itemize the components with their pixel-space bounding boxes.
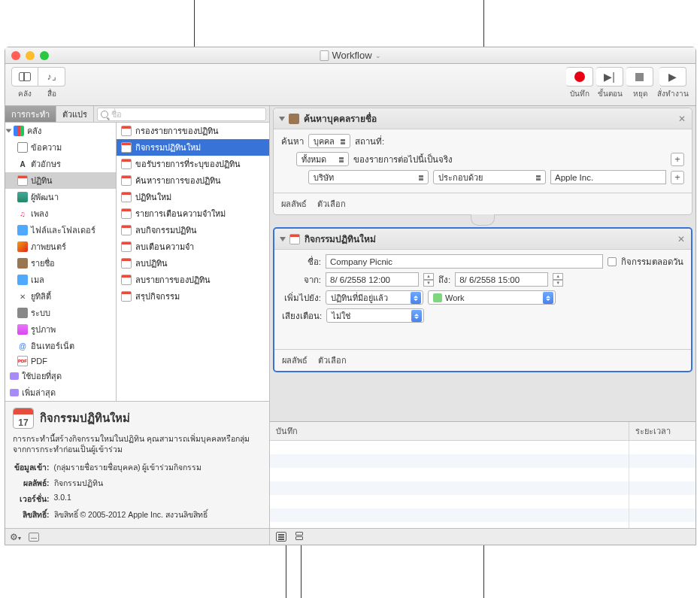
info-version-label: เวอร์ชั่น: <box>14 492 53 506</box>
list-item[interactable]: ขอรับรายการที่ระบุของปฏิทิน <box>117 156 269 172</box>
list-item[interactable]: รายการเตือนความจำใหม่ <box>117 205 269 222</box>
category-movies[interactable]: ภาพยนตร์ <box>5 238 116 255</box>
minimize-window-icon[interactable] <box>26 51 35 60</box>
folder-icon <box>17 225 28 235</box>
search-input[interactable]: ชื่อ <box>97 108 266 121</box>
event-name-input[interactable]: Company Picnic <box>326 254 603 269</box>
operator-select[interactable]: ประกอบด้วย <box>433 170 546 184</box>
tab-variables[interactable]: ตัวแปร <box>56 106 94 122</box>
smart-folder-icon <box>10 389 19 396</box>
category-text[interactable]: ข้อความ <box>5 139 116 156</box>
alarm-select[interactable]: ไม่ใช่ <box>326 308 424 323</box>
category-music[interactable]: ♫เพลง <box>5 205 116 222</box>
from-datetime-input[interactable]: 8/ 6/2558 12:00 <box>326 272 419 287</box>
smart-folder-icon <box>10 372 19 380</box>
title-text: Workflow <box>332 50 371 61</box>
list-item[interactable]: กรองรายการของปฏิทิน <box>117 123 269 139</box>
results-tab[interactable]: ผลลัพธ์ <box>282 354 308 367</box>
to-label: ถึง: <box>438 273 450 287</box>
calendar-icon <box>121 159 132 169</box>
info-version-value: 3.0.1 <box>54 492 211 506</box>
add-condition-button[interactable]: + <box>671 153 684 166</box>
info-toggle-icon[interactable] <box>29 533 39 542</box>
close-icon[interactable]: ✕ <box>677 234 685 244</box>
photos-icon <box>17 324 28 335</box>
log-column-record[interactable]: บันทึก <box>270 422 629 440</box>
list-item[interactable]: สรุปกิจกรรม <box>117 288 269 305</box>
category-list[interactable]: คลัง ข้อความ Aตัวอักษร ปฏิทิน ผู้พัฒนา ♫… <box>5 123 117 401</box>
action-find-contacts[interactable]: ค้นหาบุคคลรายชื่อ ✕ ค้นหา บุคคล สถานที่:… <box>273 108 692 215</box>
category-pdf[interactable]: PDFPDF <box>5 354 116 368</box>
actions-list[interactable]: กรองรายการของปฏิทิน กิจกรรมปฏิทินใหม่ ขอ… <box>117 123 269 401</box>
library-header[interactable]: คลัง <box>5 123 116 139</box>
to-datetime-input[interactable]: 8/ 6/2558 15:00 <box>455 272 548 287</box>
list-item[interactable]: ปฏิทินใหม่ <box>117 189 269 205</box>
field-select[interactable]: บริษัท <box>308 170 429 184</box>
info-input-value: (กลุ่มรายชื่อรายชื่อบุคคล) ผู้เข้าร่วมกิ… <box>54 460 211 475</box>
close-window-icon[interactable] <box>11 51 20 60</box>
workflow-canvas[interactable]: ค้นหาบุคคลรายชื่อ ✕ ค้นหา บุคคล สถานที่:… <box>270 106 695 421</box>
category-utilities[interactable]: ✕ยูทิลิตี้ <box>5 288 116 305</box>
value-input[interactable]: Apple Inc. <box>550 170 666 184</box>
disclosure-icon[interactable] <box>279 117 285 121</box>
chevron-down-icon[interactable]: ⌄ <box>375 52 381 59</box>
find-label: ค้นหา <box>281 135 304 148</box>
add-row-button[interactable]: + <box>671 171 684 184</box>
category-contacts[interactable]: รายชื่อ <box>5 255 116 272</box>
record-button[interactable] <box>566 67 593 87</box>
category-photos[interactable]: รูปภาพ <box>5 321 116 338</box>
tab-actions[interactable]: การกระทำ <box>5 106 56 122</box>
list-item[interactable]: ค้นหารายการของปฏิทิน <box>117 172 269 189</box>
disclosure-icon[interactable] <box>280 237 286 241</box>
category-developer[interactable]: ผู้พัฒนา <box>5 189 116 205</box>
run-button[interactable]: ▶ <box>659 67 686 87</box>
stop-label: หยุด <box>626 88 653 99</box>
action-new-calendar-event[interactable]: กิจกรรมปฏิทินใหม่ ✕ ชื่อ: Company Picnic… <box>273 227 692 372</box>
gear-icon[interactable]: ⚙︎▾ <box>10 532 21 542</box>
log-view-icon[interactable] <box>276 532 286 542</box>
log-column-duration[interactable]: ระยะเวลา <box>629 422 695 440</box>
list-item[interactable]: กิจกรรมปฏิทินใหม่ <box>117 139 269 156</box>
category-files[interactable]: ไฟล์และโฟลเดอร์ <box>5 222 116 238</box>
variables-view-icon[interactable] <box>294 532 305 542</box>
most-used[interactable]: ใช้บ่อยที่สุด <box>5 368 116 384</box>
calendar-select[interactable]: Work <box>428 290 556 305</box>
calendar-icon <box>121 291 132 302</box>
results-tab[interactable]: ผลลัพธ์ <box>281 197 307 211</box>
category-calendar[interactable]: ปฏิทิน <box>5 172 116 189</box>
calendar-icon <box>121 126 132 136</box>
media-icon: ♪⌟ <box>47 71 56 82</box>
stop-button[interactable] <box>626 67 653 87</box>
list-item[interactable]: ลบกิจกรรมปฏิทิน <box>117 222 269 238</box>
info-output-label: ผลลัพธ์: <box>14 476 53 490</box>
name-label: ชื่อ: <box>282 255 321 269</box>
allday-checkbox[interactable] <box>608 257 617 266</box>
list-item[interactable]: ลบรายการของปฏิทิน <box>117 272 269 288</box>
traffic-lights[interactable] <box>5 51 49 60</box>
step-icon: ▶| <box>604 71 615 83</box>
list-item[interactable]: ลบเตือนความจำ <box>117 238 269 255</box>
category-font[interactable]: Aตัวอักษร <box>5 156 116 172</box>
options-tab[interactable]: ตัวเลือก <box>317 197 346 211</box>
pdf-icon: PDF <box>17 356 28 366</box>
zoom-window-icon[interactable] <box>40 51 49 60</box>
from-stepper[interactable]: ▲▼ <box>423 273 434 287</box>
calendar-icon <box>121 192 132 202</box>
addto-select[interactable]: ปฏิทินที่มีอยู่แล้ว <box>326 290 423 305</box>
library-toggle-button[interactable] <box>11 67 38 87</box>
list-item[interactable]: ลบปฏิทิน <box>117 255 269 272</box>
options-tab[interactable]: ตัวเลือก <box>318 354 347 367</box>
media-toggle-button[interactable]: ♪⌟ <box>38 67 65 87</box>
category-mail[interactable]: เมล <box>5 272 116 288</box>
category-internet[interactable]: @อินเทอร์เน็ต <box>5 338 116 354</box>
category-system[interactable]: ระบบ <box>5 305 116 321</box>
scope-select[interactable]: ทั้งหมด <box>296 152 349 166</box>
close-icon[interactable]: ✕ <box>678 114 686 124</box>
window-title[interactable]: Workflow ⌄ <box>320 50 380 61</box>
step-button[interactable]: ▶| <box>596 67 623 87</box>
contacts-icon <box>17 258 28 269</box>
to-stepper[interactable]: ▲▼ <box>553 273 563 287</box>
callout-line <box>286 545 286 598</box>
find-type-select[interactable]: บุคคล <box>308 134 350 148</box>
recently-added[interactable]: เพิ่มล่าสุด <box>5 384 116 401</box>
